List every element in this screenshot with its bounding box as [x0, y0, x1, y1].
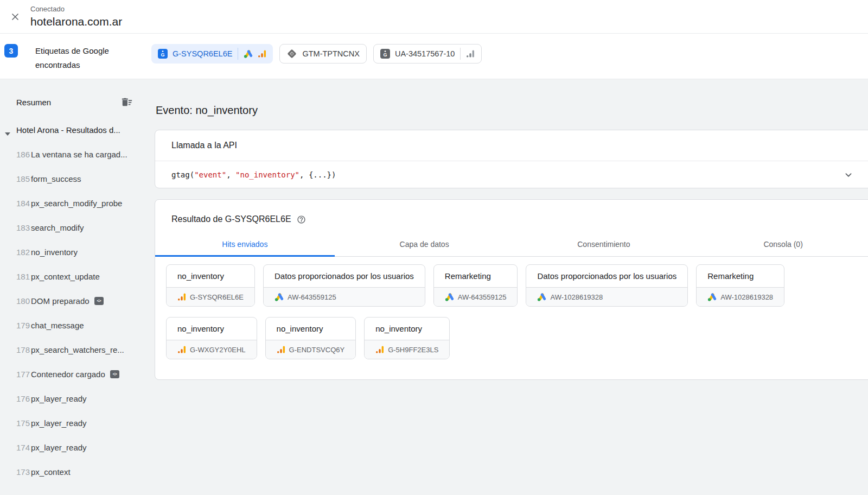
summary-row: Resumen: [0, 90, 150, 114]
api-call-code-row[interactable]: gtag("event", "no_inventory", {...}): [155, 161, 868, 188]
event-number: 176: [16, 394, 30, 403]
event-number: 184: [16, 199, 30, 208]
tab-hits-enviados[interactable]: Hits enviados: [155, 233, 335, 257]
tag-bar: 3 Etiquetas de Google encontradas G G-SY…: [0, 34, 868, 79]
event-label: px_search_watchers_re...: [31, 345, 124, 354]
event-list: 186La ventana se ha cargad...185form_suc…: [0, 142, 150, 484]
event-list-item[interactable]: 181px_context_update: [0, 264, 150, 289]
hit-card[interactable]: Datos proporcionados por los usuariosAW-…: [263, 264, 425, 307]
event-number: 182: [16, 248, 30, 257]
google-analytics-icon: [375, 345, 384, 354]
google-analytics-icon: [277, 345, 285, 354]
tag-chip-id: GTM-TPTNCNX: [302, 49, 360, 58]
tag-chip-ga4[interactable]: G G-SYSQR6EL6E: [151, 44, 273, 64]
event-list-item[interactable]: 176px_layer_ready: [0, 386, 150, 411]
event-list-item[interactable]: 178px_search_watchers_re...: [0, 338, 150, 362]
tag-chips: G G-SYSQR6EL6E GTM-TPTNCNX G: [151, 44, 482, 64]
tab-consentimiento[interactable]: Consentimiento: [514, 233, 694, 257]
chevron-expanded-icon[interactable]: [5, 128, 10, 138]
event-label: La ventana se ha cargad...: [31, 150, 127, 159]
hit-title: no_inventory: [365, 318, 449, 340]
tag-chip-gtm[interactable]: GTM-TPTNCNX: [279, 44, 367, 64]
event-number: 181: [16, 272, 30, 281]
event-label: search_modify: [31, 223, 84, 232]
hit-card[interactable]: RemarketingAW-1028619328: [696, 264, 784, 307]
top-header: Conectado hotelarona.com.ar: [0, 0, 868, 34]
code-icon: <>: [94, 297, 104, 305]
google-ads-icon: [707, 293, 717, 302]
event-label: chat_message: [31, 321, 84, 330]
event-list-item[interactable]: 177Contenedor cargado<>: [0, 362, 150, 386]
hit-meta: G-5H9FF2E3LS: [365, 340, 449, 359]
hit-card[interactable]: RemarketingAW-643559125: [433, 264, 518, 307]
hit-card[interactable]: no_inventoryG-ENDTSVCQ6Y: [265, 317, 356, 359]
tag-count-badge: 3: [4, 44, 18, 58]
event-number: 177: [16, 370, 30, 379]
main-panel: Evento: no_inventory Llamada a la API gt…: [150, 79, 868, 495]
content-area: Resumen Hotel Arona - Resultados d... 18…: [0, 79, 868, 495]
help-button[interactable]: [297, 215, 306, 224]
gray-tag-icon: G: [380, 49, 390, 59]
result-tabs: Hits enviadosCapa de datosConsentimiento…: [155, 233, 868, 257]
sidebar: Resumen Hotel Arona - Resultados d... 18…: [0, 79, 150, 495]
event-number: 174: [16, 443, 30, 452]
close-icon: [10, 11, 21, 22]
event-list-item[interactable]: 175px_layer_ready: [0, 411, 150, 435]
hits-panel: no_inventoryG-SYSQR6EL6EDatos proporcion…: [155, 257, 868, 359]
hit-card[interactable]: Datos proporcionados por los usuariosAW-…: [526, 264, 688, 307]
event-list-item[interactable]: 180DOM preparado<>: [0, 289, 150, 313]
delete-sweep-icon: [121, 96, 133, 108]
event-list-item[interactable]: 184px_search_modify_probe: [0, 191, 150, 215]
hit-card[interactable]: no_inventoryG-SYSQR6EL6E: [166, 264, 255, 307]
hit-meta: AW-643559125: [264, 287, 425, 306]
event-number: 180: [16, 296, 30, 306]
hit-card[interactable]: no_inventoryG-WXGY2Y0EHL: [166, 317, 257, 359]
clear-events-button[interactable]: [121, 96, 133, 108]
google-ads-icon: [537, 293, 546, 302]
hit-tag-id: AW-643559125: [458, 293, 507, 301]
gray-bars-icon: [466, 49, 475, 58]
event-list-item[interactable]: 179chat_message: [0, 313, 150, 338]
event-number: 185: [16, 174, 30, 183]
close-button[interactable]: [0, 11, 30, 22]
container-group-row[interactable]: Hotel Arona - Resultados d...: [0, 117, 150, 142]
summary-label[interactable]: Resumen: [16, 98, 51, 107]
hit-card[interactable]: no_inventoryG-5H9FF2E3LS: [364, 317, 450, 359]
result-card-title: Resultado de G-SYSQR6EL6E: [171, 214, 291, 224]
result-card-header: Resultado de G-SYSQR6EL6E: [155, 200, 868, 224]
svg-text:G: G: [161, 52, 164, 58]
event-list-item[interactable]: 183search_modify: [0, 215, 150, 240]
page-title: Evento: no_inventory: [155, 104, 868, 117]
google-analytics-icon: [177, 345, 186, 354]
svg-text:G: G: [383, 52, 387, 58]
hit-meta: G-WXGY2Y0EHL: [167, 340, 257, 359]
event-list-item[interactable]: 173px_context: [0, 460, 150, 484]
api-call-card: Llamada a la API gtag("event", "no_inven…: [155, 130, 868, 188]
tag-chip-ua[interactable]: G UA-34517567-10: [373, 44, 482, 64]
chevron-down-icon: [843, 169, 854, 181]
hit-tag-id: G-WXGY2Y0EHL: [190, 346, 246, 354]
hit-title: Datos proporcionados por los usuarios: [264, 265, 425, 287]
event-number: 179: [16, 321, 30, 330]
event-number: 178: [16, 345, 30, 354]
event-list-item[interactable]: 174px_layer_ready: [0, 435, 150, 460]
tab-consola-0[interactable]: Consola (0): [693, 233, 868, 257]
result-card: Resultado de G-SYSQR6EL6E Hits enviadosC…: [155, 199, 868, 380]
gtag-code: gtag("event", "no_inventory", {...}): [171, 170, 336, 179]
event-list-item[interactable]: 186La ventana se ha cargad...: [0, 142, 150, 167]
gtm-diamond-icon: [286, 48, 297, 59]
event-list-item[interactable]: 182no_inventory: [0, 240, 150, 264]
hit-tag-id: AW-1028619328: [720, 293, 773, 301]
event-list-item[interactable]: 185form_success: [0, 167, 150, 191]
hit-title: Datos proporcionados por los usuarios: [526, 265, 687, 287]
hit-tag-id: G-5H9FF2E3LS: [388, 346, 438, 354]
event-label: px_search_modify_probe: [31, 199, 122, 208]
tab-capa-de-datos[interactable]: Capa de datos: [335, 233, 514, 257]
chip-divider: [460, 48, 461, 60]
hit-meta: AW-1028619328: [697, 287, 784, 306]
hit-title: no_inventory: [167, 265, 254, 287]
event-label: form_success: [31, 174, 81, 183]
hit-tag-id: G-SYSQR6EL6E: [190, 293, 244, 301]
event-number: 183: [16, 223, 30, 232]
event-label: px_layer_ready: [31, 418, 87, 428]
